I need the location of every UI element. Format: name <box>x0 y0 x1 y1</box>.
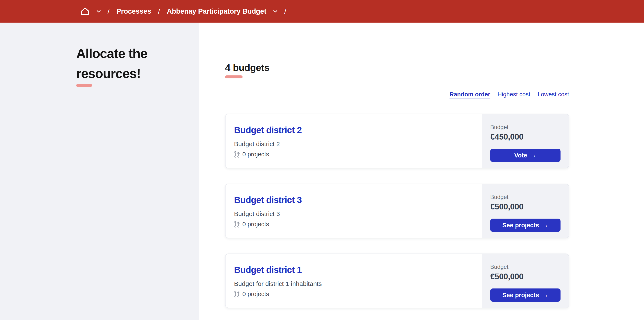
see-projects-button-label: See projects <box>502 292 539 299</box>
budget-side-panel: Budget €450,000 Vote → <box>482 114 568 168</box>
arrow-right-icon: → <box>542 222 548 228</box>
arrow-right-icon: → <box>542 292 548 298</box>
heading-underline-decoration <box>225 75 242 78</box>
see-projects-button[interactable]: See projects → <box>490 219 560 232</box>
page-title-line-1: Allocate the <box>76 44 186 64</box>
breadcrumb-separator: / <box>158 7 160 16</box>
vote-button[interactable]: Vote → <box>490 149 560 162</box>
page-title: Allocate the resources! <box>76 44 186 84</box>
projects-count: 0 projects <box>242 221 269 228</box>
budget-label: Budget <box>490 124 560 131</box>
budget-amount: €500,000 <box>490 202 560 212</box>
budget-card-body: Budget district 2 Budget district 2 <box>226 114 482 168</box>
vote-button-label: Vote <box>514 152 527 159</box>
budget-label: Budget <box>490 263 560 270</box>
breadcrumb-separator: / <box>284 7 286 16</box>
budget-title-link[interactable]: Budget district 1 <box>234 264 302 276</box>
home-chevron-down-icon[interactable] <box>96 10 101 13</box>
budgets-count-heading: 4 budgets <box>225 62 569 74</box>
budget-meta: 0 projects <box>234 290 474 298</box>
budget-card: Budget district 3 Budget district 3 <box>225 184 569 238</box>
budget-title-link[interactable]: Budget district 2 <box>234 124 302 136</box>
sort-random-order-link[interactable]: Random order <box>450 91 490 98</box>
budget-card-list: Budget district 2 Budget district 2 <box>225 114 569 308</box>
breadcrumb-separator: / <box>108 7 110 16</box>
page-body: Allocate the resources! 4 budgets Random… <box>0 23 644 320</box>
budget-description: Budget district 3 <box>234 209 474 219</box>
projects-count: 0 projects <box>242 290 269 298</box>
budget-title-link[interactable]: Budget district 3 <box>234 194 302 206</box>
budget-description: Budget district 2 <box>234 139 474 149</box>
topbar: / Processes / Abbenay Participatory Budg… <box>0 0 644 23</box>
budget-side-panel: Budget €500,000 See projects → <box>482 254 568 308</box>
breadcrumb-processes-link[interactable]: Processes <box>116 7 151 15</box>
sort-lowest-cost-link[interactable]: Lowest cost <box>538 91 569 98</box>
budget-amount: €500,000 <box>490 271 560 282</box>
budget-card-body: Budget district 3 Budget district 3 <box>226 184 482 238</box>
budget-card: Budget district 2 Budget district 2 <box>225 114 569 168</box>
projects-count: 0 projects <box>242 151 269 158</box>
page-title-line-2: resources! <box>76 64 186 84</box>
budget-amount: €450,000 <box>490 132 560 142</box>
see-projects-button[interactable]: See projects → <box>490 288 560 302</box>
main-content: 4 budgets Random order Highest cost Lowe… <box>199 23 644 320</box>
budget-card-body: Budget district 1 Budget for district 1 … <box>226 254 482 308</box>
title-underline-decoration <box>76 84 92 87</box>
see-projects-button-label: See projects <box>502 222 539 229</box>
sort-options: Random order Highest cost Lowest cost <box>225 91 569 98</box>
sort-highest-cost-link[interactable]: Highest cost <box>498 91 530 98</box>
projects-icon <box>234 151 240 158</box>
arrow-right-icon: → <box>530 152 536 158</box>
budget-description: Budget for district 1 inhabitants <box>234 279 474 288</box>
budget-label: Budget <box>490 193 560 201</box>
budget-side-panel: Budget €500,000 See projects → <box>482 184 568 238</box>
sidebar: Allocate the resources! <box>0 23 199 320</box>
home-icon[interactable] <box>80 7 90 16</box>
projects-icon <box>234 221 240 228</box>
projects-icon <box>234 290 240 298</box>
budget-card: Budget district 1 Budget for district 1 … <box>225 253 569 308</box>
process-chevron-down-icon[interactable] <box>273 10 278 13</box>
budget-meta: 0 projects <box>234 151 474 158</box>
budget-meta: 0 projects <box>234 221 474 228</box>
breadcrumb-process-title-link[interactable]: Abbenay Participatory Budget <box>167 7 266 15</box>
